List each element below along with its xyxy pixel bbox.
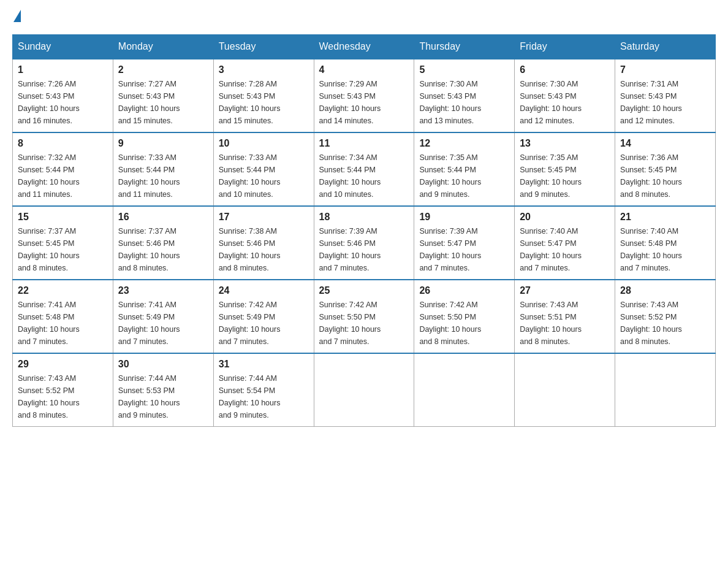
- day-info: Sunrise: 7:26 AM Sunset: 5:43 PM Dayligh…: [18, 78, 108, 127]
- day-info: Sunrise: 7:41 AM Sunset: 5:49 PM Dayligh…: [118, 299, 208, 348]
- day-number: 31: [219, 359, 309, 370]
- day-number: 20: [520, 212, 610, 223]
- calendar-cell: 19 Sunrise: 7:39 AM Sunset: 5:47 PM Dayl…: [414, 206, 515, 280]
- day-info: Sunrise: 7:37 AM Sunset: 5:45 PM Dayligh…: [18, 225, 108, 274]
- calendar-cell: 29 Sunrise: 7:43 AM Sunset: 5:52 PM Dayl…: [13, 353, 113, 427]
- calendar-cell: 15 Sunrise: 7:37 AM Sunset: 5:45 PM Dayl…: [13, 206, 113, 280]
- day-number: 8: [18, 138, 108, 149]
- calendar-cell: 25 Sunrise: 7:42 AM Sunset: 5:50 PM Dayl…: [314, 280, 414, 353]
- calendar-cell: 12 Sunrise: 7:35 AM Sunset: 5:44 PM Dayl…: [414, 132, 515, 206]
- calendar-cell: [314, 353, 414, 427]
- day-number: 9: [118, 138, 208, 149]
- page-header: [12, 12, 716, 22]
- calendar-cell: 1 Sunrise: 7:26 AM Sunset: 5:43 PM Dayli…: [13, 59, 113, 132]
- day-info: Sunrise: 7:27 AM Sunset: 5:43 PM Dayligh…: [118, 78, 208, 127]
- calendar-cell: [414, 353, 515, 427]
- logo: [12, 12, 21, 22]
- day-number: 16: [118, 212, 208, 223]
- calendar-cell: 13 Sunrise: 7:35 AM Sunset: 5:45 PM Dayl…: [515, 132, 615, 206]
- calendar-cell: [615, 353, 716, 427]
- calendar-week-2: 8 Sunrise: 7:32 AM Sunset: 5:44 PM Dayli…: [13, 132, 716, 206]
- day-number: 25: [319, 285, 409, 296]
- calendar-cell: 17 Sunrise: 7:38 AM Sunset: 5:46 PM Dayl…: [213, 206, 314, 280]
- day-number: 22: [18, 285, 108, 296]
- calendar-week-1: 1 Sunrise: 7:26 AM Sunset: 5:43 PM Dayli…: [13, 59, 716, 132]
- day-info: Sunrise: 7:38 AM Sunset: 5:46 PM Dayligh…: [219, 225, 309, 274]
- calendar-cell: 5 Sunrise: 7:30 AM Sunset: 5:43 PM Dayli…: [414, 59, 515, 132]
- calendar-header-wednesday: Wednesday: [314, 35, 414, 59]
- day-number: 17: [219, 212, 309, 223]
- day-info: Sunrise: 7:30 AM Sunset: 5:43 PM Dayligh…: [520, 78, 610, 127]
- calendar-week-5: 29 Sunrise: 7:43 AM Sunset: 5:52 PM Dayl…: [13, 353, 716, 427]
- day-info: Sunrise: 7:33 AM Sunset: 5:44 PM Dayligh…: [219, 151, 309, 201]
- day-number: 13: [520, 138, 610, 149]
- calendar-header-saturday: Saturday: [615, 35, 716, 59]
- day-info: Sunrise: 7:39 AM Sunset: 5:46 PM Dayligh…: [319, 225, 409, 274]
- day-info: Sunrise: 7:41 AM Sunset: 5:48 PM Dayligh…: [18, 299, 108, 348]
- calendar-header-tuesday: Tuesday: [213, 35, 314, 59]
- logo-triangle-icon: [13, 10, 21, 22]
- calendar-header-sunday: Sunday: [13, 35, 113, 59]
- calendar-cell: 14 Sunrise: 7:36 AM Sunset: 5:45 PM Dayl…: [615, 132, 716, 206]
- day-info: Sunrise: 7:33 AM Sunset: 5:44 PM Dayligh…: [118, 151, 208, 201]
- day-number: 7: [620, 64, 710, 75]
- calendar-cell: 26 Sunrise: 7:42 AM Sunset: 5:50 PM Dayl…: [414, 280, 515, 353]
- calendar-cell: 4 Sunrise: 7:29 AM Sunset: 5:43 PM Dayli…: [314, 59, 414, 132]
- calendar-cell: 6 Sunrise: 7:30 AM Sunset: 5:43 PM Dayli…: [515, 59, 615, 132]
- day-number: 18: [319, 212, 409, 223]
- day-info: Sunrise: 7:31 AM Sunset: 5:43 PM Dayligh…: [620, 78, 710, 127]
- calendar-table: SundayMondayTuesdayWednesdayThursdayFrid…: [12, 34, 716, 427]
- day-info: Sunrise: 7:29 AM Sunset: 5:43 PM Dayligh…: [319, 78, 409, 127]
- calendar-week-3: 15 Sunrise: 7:37 AM Sunset: 5:45 PM Dayl…: [13, 206, 716, 280]
- day-number: 19: [419, 212, 509, 223]
- calendar-cell: 23 Sunrise: 7:41 AM Sunset: 5:49 PM Dayl…: [113, 280, 213, 353]
- day-number: 15: [18, 212, 108, 223]
- calendar-cell: 3 Sunrise: 7:28 AM Sunset: 5:43 PM Dayli…: [213, 59, 314, 132]
- day-info: Sunrise: 7:40 AM Sunset: 5:47 PM Dayligh…: [520, 225, 610, 274]
- calendar-cell: 31 Sunrise: 7:44 AM Sunset: 5:54 PM Dayl…: [213, 353, 314, 427]
- calendar-cell: 30 Sunrise: 7:44 AM Sunset: 5:53 PM Dayl…: [113, 353, 213, 427]
- day-number: 21: [620, 212, 710, 223]
- day-info: Sunrise: 7:44 AM Sunset: 5:54 PM Dayligh…: [219, 372, 309, 421]
- calendar-header-thursday: Thursday: [414, 35, 515, 59]
- day-info: Sunrise: 7:36 AM Sunset: 5:45 PM Dayligh…: [620, 151, 710, 201]
- calendar-cell: 20 Sunrise: 7:40 AM Sunset: 5:47 PM Dayl…: [515, 206, 615, 280]
- day-number: 4: [319, 64, 409, 75]
- day-number: 11: [319, 138, 409, 149]
- day-number: 12: [419, 138, 509, 149]
- day-info: Sunrise: 7:32 AM Sunset: 5:44 PM Dayligh…: [18, 151, 108, 201]
- day-info: Sunrise: 7:43 AM Sunset: 5:52 PM Dayligh…: [18, 372, 108, 421]
- calendar-header-row: SundayMondayTuesdayWednesdayThursdayFrid…: [13, 35, 716, 59]
- day-number: 30: [118, 359, 208, 370]
- calendar-cell: 24 Sunrise: 7:42 AM Sunset: 5:49 PM Dayl…: [213, 280, 314, 353]
- day-number: 3: [219, 64, 309, 75]
- day-info: Sunrise: 7:42 AM Sunset: 5:50 PM Dayligh…: [419, 299, 509, 348]
- day-number: 6: [520, 64, 610, 75]
- calendar-cell: 8 Sunrise: 7:32 AM Sunset: 5:44 PM Dayli…: [13, 132, 113, 206]
- calendar-cell: 7 Sunrise: 7:31 AM Sunset: 5:43 PM Dayli…: [615, 59, 716, 132]
- day-info: Sunrise: 7:35 AM Sunset: 5:45 PM Dayligh…: [520, 151, 610, 201]
- day-info: Sunrise: 7:44 AM Sunset: 5:53 PM Dayligh…: [118, 372, 208, 421]
- day-info: Sunrise: 7:43 AM Sunset: 5:51 PM Dayligh…: [520, 299, 610, 348]
- calendar-cell: 2 Sunrise: 7:27 AM Sunset: 5:43 PM Dayli…: [113, 59, 213, 132]
- day-number: 10: [219, 138, 309, 149]
- day-info: Sunrise: 7:42 AM Sunset: 5:50 PM Dayligh…: [319, 299, 409, 348]
- calendar-week-4: 22 Sunrise: 7:41 AM Sunset: 5:48 PM Dayl…: [13, 280, 716, 353]
- calendar-cell: 22 Sunrise: 7:41 AM Sunset: 5:48 PM Dayl…: [13, 280, 113, 353]
- day-info: Sunrise: 7:43 AM Sunset: 5:52 PM Dayligh…: [620, 299, 710, 348]
- day-number: 29: [18, 359, 108, 370]
- day-number: 2: [118, 64, 208, 75]
- calendar-cell: 28 Sunrise: 7:43 AM Sunset: 5:52 PM Dayl…: [615, 280, 716, 353]
- day-info: Sunrise: 7:34 AM Sunset: 5:44 PM Dayligh…: [319, 151, 409, 201]
- calendar-header-monday: Monday: [113, 35, 213, 59]
- day-info: Sunrise: 7:39 AM Sunset: 5:47 PM Dayligh…: [419, 225, 509, 274]
- day-info: Sunrise: 7:30 AM Sunset: 5:43 PM Dayligh…: [419, 78, 509, 127]
- calendar-cell: 9 Sunrise: 7:33 AM Sunset: 5:44 PM Dayli…: [113, 132, 213, 206]
- day-number: 28: [620, 285, 710, 296]
- day-number: 1: [18, 64, 108, 75]
- calendar-cell: 10 Sunrise: 7:33 AM Sunset: 5:44 PM Dayl…: [213, 132, 314, 206]
- calendar-cell: 18 Sunrise: 7:39 AM Sunset: 5:46 PM Dayl…: [314, 206, 414, 280]
- day-number: 27: [520, 285, 610, 296]
- day-info: Sunrise: 7:35 AM Sunset: 5:44 PM Dayligh…: [419, 151, 509, 201]
- day-number: 24: [219, 285, 309, 296]
